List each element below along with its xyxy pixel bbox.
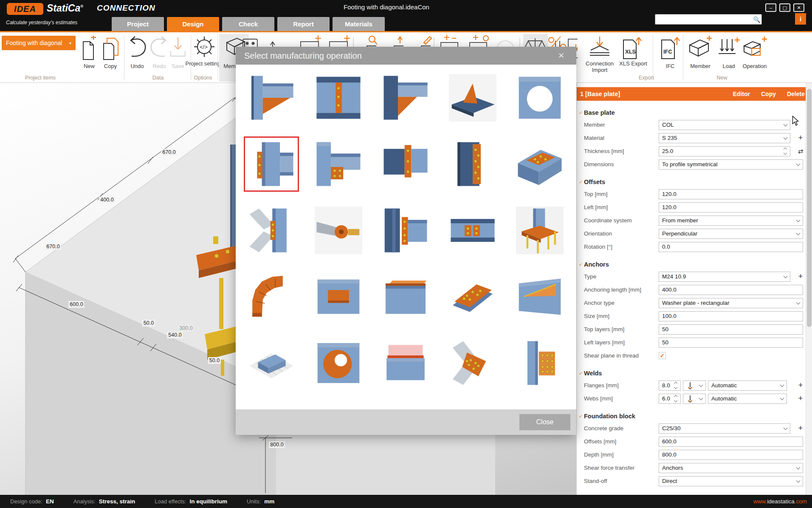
add-icon[interactable]: +: [795, 424, 806, 433]
xls-export-icon[interactable]: XLS: [621, 36, 643, 60]
operation-thumbnail-plate-patch[interactable]: [315, 273, 362, 321]
operation-thumbnail-cone[interactable]: [315, 207, 362, 254]
tab-design[interactable]: Design: [167, 17, 219, 31]
value-input[interactable]: 50: [659, 338, 803, 348]
value-input[interactable]: 800.0: [659, 450, 803, 460]
operation-thumbnail-column-splice[interactable]: [516, 339, 564, 387]
value-input[interactable]: 100.0: [659, 311, 803, 321]
copy-action[interactable]: Copy: [761, 91, 776, 97]
info-button[interactable]: i: [795, 13, 806, 25]
checkbox-checked[interactable]: ✓: [659, 352, 666, 359]
project-items-dropdown[interactable]: Footing with diagonal▾: [2, 36, 76, 50]
section-expander-icon[interactable]: ✓: [579, 110, 584, 116]
search-icon[interactable]: 🔍: [752, 16, 761, 23]
value-select[interactable]: S 235: [659, 133, 790, 143]
weld-mode-select[interactable]: Automatic: [708, 394, 787, 404]
operation-thumbnail-end-plate[interactable]: [248, 140, 295, 188]
value-select[interactable]: Perpendicular: [659, 229, 803, 239]
section-expander-icon[interactable]: ✓: [579, 371, 584, 376]
value-input[interactable]: 0.0: [659, 242, 803, 252]
value-select[interactable]: Washer plate - rectangular: [659, 298, 803, 308]
close-button[interactable]: Close: [519, 414, 570, 430]
swap-icon[interactable]: ⇄: [795, 148, 806, 155]
save-icon[interactable]: [169, 36, 187, 60]
weld-size-spinner[interactable]: 6.0: [659, 394, 681, 404]
section-expander-icon[interactable]: ✓: [579, 179, 584, 185]
weld-type-select[interactable]: [683, 380, 706, 391]
value-select[interactable]: Direct: [659, 476, 803, 486]
new-load-icon[interactable]: [718, 36, 740, 58]
value-select[interactable]: M24 10.9: [659, 272, 790, 282]
project-settings-gear-icon[interactable]: </>: [194, 36, 215, 58]
operation-thumbnail-brace-gusset[interactable]: [449, 339, 496, 387]
operation-thumbnail-connecting-plate[interactable]: [382, 207, 429, 254]
spinner-arrows[interactable]: [784, 148, 787, 154]
tab-project[interactable]: Project: [112, 17, 164, 31]
connection-import-label[interactable]: Connection Import: [581, 60, 619, 73]
value-select[interactable]: From member: [659, 216, 803, 226]
section-expander-icon[interactable]: ✓: [579, 414, 584, 419]
section-anchors[interactable]: ✓Anchors: [577, 259, 806, 270]
new-operation-icon[interactable]: [742, 36, 768, 58]
spinner-arrows[interactable]: [674, 382, 677, 389]
spinner-arrows[interactable]: [674, 395, 677, 402]
ifc-export-icon[interactable]: IFC: [659, 36, 681, 60]
weld-type-select[interactable]: [683, 394, 706, 404]
section-offsets[interactable]: ✓Offsets: [577, 176, 806, 187]
add-icon[interactable]: +: [795, 272, 806, 281]
panel-scrollbar[interactable]: [806, 83, 812, 495]
operation-thumbnail-plate-cut[interactable]: [382, 339, 429, 387]
copy-project-icon[interactable]: [102, 36, 119, 61]
section-expander-icon[interactable]: ✓: [579, 262, 584, 267]
minimize-button[interactable]: –: [765, 3, 776, 12]
value-input[interactable]: 120.0: [659, 189, 803, 199]
value-select[interactable]: C25/30: [659, 423, 790, 434]
operation-thumbnail-bend[interactable]: [248, 273, 295, 321]
operation-thumbnail-web-splice[interactable]: [449, 207, 496, 254]
operation-thumbnail-bolted-splice[interactable]: [449, 273, 496, 321]
operation-thumbnail-haunch-bottom[interactable]: [382, 74, 429, 122]
operation-thumbnail-opening[interactable]: [516, 74, 564, 122]
delete-action[interactable]: Delete: [787, 91, 805, 97]
operation-thumbnail-wedge-cut[interactable]: [516, 273, 564, 321]
new-member-icon[interactable]: [688, 36, 713, 58]
search-input[interactable]: [655, 15, 752, 24]
value-select[interactable]: To profile symmetrical: [659, 159, 803, 170]
add-icon[interactable]: +: [795, 381, 806, 390]
add-icon[interactable]: +: [795, 133, 806, 142]
new-operation-label[interactable]: Operation: [736, 63, 774, 69]
operation-thumbnail-flange-plate[interactable]: [516, 140, 564, 188]
operation-thumbnail-rib[interactable]: [449, 74, 496, 122]
xls-export-label[interactable]: XLS Export: [614, 60, 652, 67]
undo-icon[interactable]: [127, 36, 147, 60]
section-welds[interactable]: ✓Welds: [577, 368, 806, 379]
close-button[interactable]: ✕: [793, 3, 804, 12]
value-select[interactable]: COL: [659, 120, 790, 130]
value-input[interactable]: 120.0: [659, 202, 803, 213]
editor-action[interactable]: Editor: [733, 91, 750, 97]
weld-mode-select[interactable]: Automatic: [708, 380, 787, 391]
redo-icon[interactable]: [149, 36, 169, 60]
weld-size-spinner[interactable]: 8.0: [659, 380, 681, 391]
operation-thumbnail-base-plate-standoff[interactable]: [516, 207, 564, 254]
operation-thumbnail-cleat[interactable]: [315, 140, 362, 188]
operation-thumbnail-stiffener[interactable]: [315, 74, 362, 122]
value-input[interactable]: 400.0: [659, 285, 803, 295]
section-base-plate[interactable]: ✓Base plate: [577, 107, 806, 118]
value-spinner[interactable]: 25.0: [659, 146, 790, 156]
operation-thumbnail-tube-opening[interactable]: [315, 339, 362, 387]
operation-thumbnail-haunch-top[interactable]: [248, 74, 295, 122]
close-icon[interactable]: ✕: [558, 51, 568, 60]
new-project-icon[interactable]: [82, 36, 97, 61]
website-link[interactable]: www.ideastatica.com: [753, 498, 807, 505]
operation-thumbnail-gusset-plate[interactable]: [248, 207, 295, 254]
operation-thumbnail-splice-plate[interactable]: [449, 140, 496, 188]
tab-materials[interactable]: Materials: [333, 17, 385, 31]
operation-thumbnail-concrete-block[interactable]: [248, 339, 295, 387]
tab-check[interactable]: Check: [222, 17, 274, 31]
value-input[interactable]: 600.0: [659, 437, 803, 447]
value-input[interactable]: 50: [659, 324, 803, 335]
value-select[interactable]: Anchors: [659, 463, 803, 473]
maximize-button[interactable]: ▢: [779, 3, 790, 12]
operation-thumbnail-stub[interactable]: [382, 140, 429, 188]
